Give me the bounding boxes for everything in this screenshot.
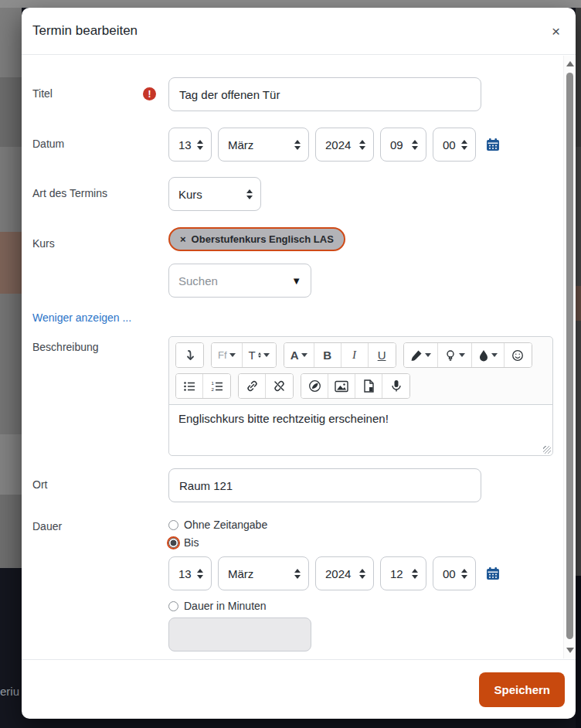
font-size-button[interactable]: T xyxy=(243,343,276,367)
font-family-label: Ff xyxy=(218,349,227,361)
remove-tag-icon[interactable]: × xyxy=(180,233,186,245)
calendar-icon[interactable] xyxy=(485,566,501,581)
select-arrows-icon xyxy=(461,140,467,150)
backdrop-strip xyxy=(0,0,581,8)
bis-year-select[interactable]: 2024 xyxy=(315,556,374,590)
text-color-button[interactable] xyxy=(404,343,438,367)
kurs-tag[interactable]: × Oberstufenkurs Englisch LAS xyxy=(168,227,345,251)
italic-button[interactable]: I xyxy=(341,343,369,367)
required-error-icon: ! xyxy=(143,87,156,100)
bold-button[interactable]: B xyxy=(314,343,341,367)
link-icon xyxy=(246,379,259,393)
modal-body: Titel ! Tag der offenen Tür Datum 13 Mär… xyxy=(22,56,562,659)
unlink-button[interactable] xyxy=(266,374,293,398)
bis-month-value: März xyxy=(228,567,253,580)
modal-scrollbar[interactable] xyxy=(563,56,575,658)
background-color-button[interactable] xyxy=(472,343,505,367)
font-family-button[interactable]: Ff xyxy=(212,343,243,367)
titel-label-cell: Titel ! xyxy=(32,77,168,111)
highlight-color-button[interactable] xyxy=(438,343,472,367)
unlink-icon xyxy=(273,379,286,393)
select-arrows-icon xyxy=(461,569,467,579)
ort-row: Ort Raum 121 xyxy=(32,468,562,502)
radio-ohne-zeitangabe[interactable]: Ohne Zeitangabe xyxy=(168,519,501,531)
bis-day-select[interactable]: 13 xyxy=(168,556,212,590)
bis-year-value: 2024 xyxy=(325,567,351,580)
image-button[interactable] xyxy=(328,374,355,398)
select-arrows-icon xyxy=(359,140,365,150)
select-arrows-icon xyxy=(412,140,418,150)
scrollbar-thumb[interactable] xyxy=(566,73,573,639)
minutes-input[interactable] xyxy=(168,617,311,651)
bis-hour-select[interactable]: 12 xyxy=(380,556,426,590)
numbered-list-icon: 1 2 xyxy=(211,380,223,393)
file-button[interactable] xyxy=(355,374,382,398)
resize-handle[interactable] xyxy=(543,446,551,454)
beschreibung-textarea[interactable]: Englischkurs bitte rechtzeitig erscheine… xyxy=(169,404,552,455)
calendar-icon[interactable] xyxy=(485,137,501,152)
dropdown-caret-icon: ▼ xyxy=(291,275,301,287)
kurs-search-dropdown[interactable]: Suchen ▼ xyxy=(168,264,311,298)
beschreibung-value: Englischkurs bitte rechtzeitig erscheine… xyxy=(178,412,389,425)
scroll-up-icon[interactable] xyxy=(566,61,574,66)
bis-day-value: 13 xyxy=(178,567,192,580)
radio-icon[interactable] xyxy=(168,601,178,611)
datum-month-select[interactable]: März xyxy=(218,128,309,162)
dropdown-caret-icon xyxy=(491,353,498,357)
close-icon[interactable]: × xyxy=(547,21,565,42)
show-less-link[interactable]: Weniger anzeigen ... xyxy=(32,311,131,324)
svg-text:2: 2 xyxy=(211,387,214,392)
collapse-toolbar-button[interactable] xyxy=(176,343,203,367)
datum-month-value: März xyxy=(228,138,253,151)
titel-row: Titel ! Tag der offenen Tür xyxy=(32,77,562,111)
unordered-list-button[interactable] xyxy=(176,374,203,398)
ordered-list-button[interactable]: 1 2 xyxy=(203,374,230,398)
emoticon-button[interactable] xyxy=(505,343,532,367)
underline-button[interactable]: U xyxy=(369,343,396,367)
radio-bis-label: Bis xyxy=(184,536,199,549)
save-button[interactable]: Speichern xyxy=(479,672,565,707)
dauer-options: Ohne Zeitangabe Bis 13 März xyxy=(168,519,501,651)
kurs-row: Kurs × Oberstufenkurs Englisch LAS Suche… xyxy=(32,227,562,298)
droplet-icon xyxy=(478,349,489,362)
media-button[interactable] xyxy=(301,374,328,398)
record-audio-button[interactable] xyxy=(382,374,409,398)
art-select[interactable]: Kurs xyxy=(168,177,261,211)
datum-selects: 13 März 2024 09 00 xyxy=(168,128,501,162)
bis-selects: 13 März 2024 12 xyxy=(168,556,501,590)
datum-year-select[interactable]: 2024 xyxy=(315,128,374,162)
radio-checked-icon[interactable] xyxy=(168,538,178,548)
ort-input[interactable]: Raum 121 xyxy=(168,468,481,502)
kurs-label: Kurs xyxy=(32,237,55,250)
backdrop-partial-text: eriu xyxy=(0,685,19,698)
dropdown-caret-icon xyxy=(263,353,270,357)
art-row: Art des Termins Kurs xyxy=(32,177,562,211)
toolbar-row-1: Ff T A xyxy=(175,342,546,368)
backdrop-strip xyxy=(0,77,22,147)
datum-minute-select[interactable]: 00 xyxy=(433,128,476,162)
editor-toolbar: Ff T A xyxy=(169,337,552,399)
dropdown-caret-icon xyxy=(459,353,465,357)
link-button[interactable] xyxy=(239,374,266,398)
datum-minute-value: 00 xyxy=(443,138,456,151)
bis-month-select[interactable]: März xyxy=(218,556,309,590)
modal-header: Termin bearbeiten × xyxy=(22,8,576,55)
kurs-label-cell: Kurs xyxy=(32,227,168,298)
rich-text-editor: Ff T A xyxy=(168,336,553,456)
radio-icon[interactable] xyxy=(168,520,178,530)
radio-bis[interactable]: Bis xyxy=(168,536,501,549)
datum-hour-select[interactable]: 09 xyxy=(380,128,426,162)
radio-dauer-minuten[interactable]: Dauer in Minuten xyxy=(168,600,501,612)
datum-day-select[interactable]: 13 xyxy=(168,128,212,162)
datum-year-value: 2024 xyxy=(325,138,351,151)
bis-minute-select[interactable]: 00 xyxy=(433,556,476,590)
art-label: Art des Termins xyxy=(32,187,107,199)
art-value: Kurs xyxy=(178,188,202,201)
titel-input[interactable]: Tag der offenen Tür xyxy=(168,77,481,111)
backdrop-strip xyxy=(0,568,22,728)
select-arrows-icon xyxy=(294,140,301,150)
paragraph-style-button[interactable]: A xyxy=(284,343,314,367)
scroll-down-icon[interactable] xyxy=(566,648,574,653)
toolbar-row-2: 1 2 xyxy=(175,373,546,399)
backdrop-strip xyxy=(0,147,22,232)
